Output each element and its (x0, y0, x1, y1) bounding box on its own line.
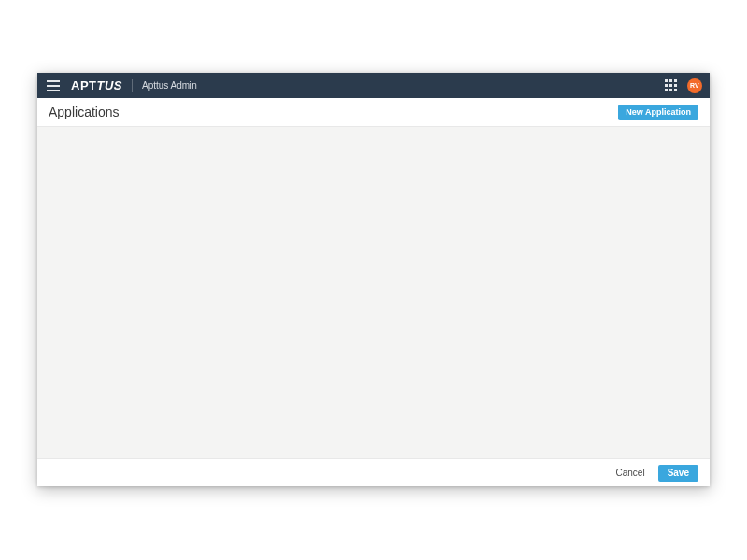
brand-logo: APTTUS (71, 78, 122, 92)
divider (132, 79, 133, 92)
cancel-button[interactable]: Cancel (616, 468, 645, 478)
page-header: Applications New Application (37, 98, 710, 127)
page-title: Applications (49, 105, 120, 119)
footer-bar: Cancel Save (37, 458, 710, 486)
brand-suffix: TUS (97, 78, 123, 92)
save-button[interactable]: Save (658, 465, 698, 482)
top-bar: APTTUS Apttus Admin RV (37, 73, 710, 98)
new-application-button[interactable]: New Application (618, 105, 698, 120)
avatar[interactable]: RV (687, 78, 702, 93)
app-window: APTTUS Apttus Admin RV Applications New … (37, 73, 710, 486)
apps-grid-icon[interactable] (665, 79, 678, 92)
brand-prefix: APT (71, 78, 97, 92)
content-area (37, 127, 710, 458)
context-title: Apttus Admin (142, 80, 197, 91)
menu-icon[interactable] (47, 78, 62, 93)
